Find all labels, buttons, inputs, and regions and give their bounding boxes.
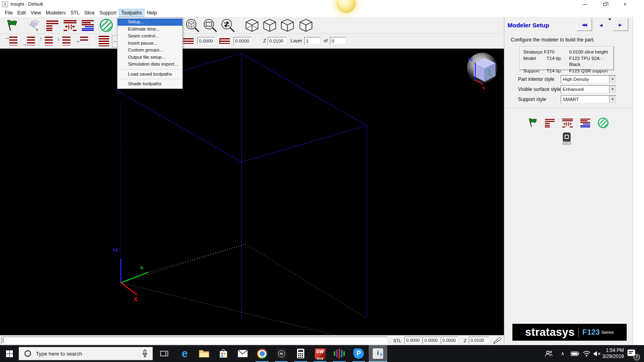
menu-item-insert-pause[interactable]: Insert pause... [118, 40, 182, 47]
layer-up-button[interactable]: ↑ [39, 35, 55, 47]
next-step-button[interactable]: ▶ [613, 18, 628, 31]
previous-step-button[interactable]: ◀ [596, 20, 606, 30]
taskbar-solidworks-button[interactable]: SW 2018 [311, 345, 329, 362]
panel-finish-flag-button[interactable] [525, 117, 539, 129]
taskbar-search-input[interactable]: Type here to search [19, 347, 153, 360]
command-prompt-input[interactable] [1, 337, 388, 344]
stl-z-field[interactable] [441, 337, 458, 344]
goto-current-layer-button[interactable]: → [74, 35, 90, 47]
taskbar-grabcad-button[interactable] [330, 345, 349, 362]
close-button[interactable]: × [615, 0, 635, 9]
people-button[interactable] [542, 345, 555, 362]
finish-flag-button[interactable] [3, 18, 19, 33]
menu-item-estimate-time[interactable]: Estimate time... [118, 26, 182, 33]
offset-a-input[interactable] [197, 37, 215, 45]
visible-surface-style-select[interactable]: Enhanced ▼ [561, 85, 616, 93]
taskbar-print-app-button[interactable]: P [349, 345, 368, 362]
menu-help[interactable]: Help [144, 9, 159, 17]
tray-overflow-button[interactable]: ∧ [557, 345, 568, 362]
taskbar-store-button[interactable] [214, 345, 233, 362]
layer-lines-icon [62, 37, 70, 45]
menu-view[interactable]: View [28, 9, 43, 17]
dropdown-arrow-icon[interactable]: ▼ [609, 96, 616, 103]
stl-y-field[interactable] [423, 337, 440, 344]
menu-slice[interactable]: Slice [82, 9, 97, 17]
stl-x-field[interactable] [405, 337, 422, 344]
offset-a-lines-button[interactable] [180, 35, 196, 47]
zoom-extents-icon [184, 18, 200, 33]
taskbar-clock[interactable]: 1:54 PM 3/29/2019 [601, 345, 624, 362]
start-button[interactable] [0, 345, 19, 362]
window-title: Insight - Default [10, 2, 43, 6]
toolpath-width-button[interactable] [62, 18, 78, 33]
z-height-input[interactable] [268, 37, 286, 45]
view-bottom-button[interactable] [244, 18, 260, 33]
menu-item-seam-control[interactable]: Seam control... [118, 33, 182, 40]
taskbar-file-explorer-button[interactable] [195, 345, 213, 362]
panel-toolpath-width-button[interactable] [561, 117, 574, 129]
menu-item-custom-groups[interactable]: Custom groups... [118, 47, 182, 54]
orientation-cube[interactable]: Z Y x [467, 53, 497, 90]
restore-button[interactable] [595, 0, 615, 9]
menu-toolpaths[interactable]: Toolpaths [119, 9, 144, 17]
menu-item-setup[interactable]: Setup... [118, 19, 182, 26]
goto-bottom-layer-button[interactable]: → [21, 35, 37, 47]
slice-part-button[interactable] [27, 18, 43, 33]
layer-number-input[interactable] [304, 37, 320, 45]
clock-date: 3/29/2019 [603, 354, 624, 360]
panel-toolpaths-button[interactable] [596, 117, 610, 129]
dropdown-arrow-icon[interactable]: ▼ [609, 76, 616, 83]
cube-right-view-icon [298, 18, 314, 33]
z-value-field[interactable] [469, 337, 489, 344]
offset-b-input[interactable] [233, 37, 251, 45]
viewport-3d[interactable]: Z Y X Z Y [0, 49, 504, 335]
dropdown-arrow-icon[interactable]: ▼ [609, 86, 616, 93]
action-center-button[interactable]: 7 [625, 345, 641, 362]
menu-file[interactable]: File [2, 9, 15, 17]
zoom-dynamic-button[interactable] [220, 18, 236, 33]
supports-button[interactable] [80, 18, 96, 33]
panel-slice-curves-button[interactable] [543, 117, 557, 129]
toolpaths-generate-button[interactable] [98, 18, 114, 33]
insight-app-icon: i [2, 1, 8, 7]
taskbar-insight-button[interactable]: ip [369, 345, 387, 362]
taskbar-makerbot-button[interactable]: m [272, 345, 291, 362]
view-right-button[interactable] [298, 18, 314, 33]
menu-item-load-saved-toolpaths[interactable]: Load saved toolpaths [118, 71, 182, 78]
menu-item-simulation-data-export[interactable]: Simulation data export... [118, 61, 182, 68]
microphone-icon[interactable] [142, 350, 148, 358]
menu-edit[interactable]: Edit [15, 9, 28, 17]
toolpath-width-icon [63, 20, 77, 31]
first-step-button[interactable]: ◀◀ [577, 18, 592, 31]
view-top-button[interactable] [262, 18, 278, 33]
offset-b-lines-button[interactable] [217, 35, 233, 47]
slice-curves-button[interactable] [44, 18, 60, 33]
view-left-button[interactable] [279, 18, 295, 33]
taskbar-chrome-button[interactable] [253, 345, 271, 362]
menu-modelers[interactable]: Modelers [43, 9, 68, 17]
menu-item-output-file-setup[interactable]: Output file setup... [118, 54, 182, 61]
mail-icon [237, 350, 248, 358]
support-style-select[interactable]: SMART ▼ [561, 95, 616, 103]
goto-top-layer-button[interactable]: → [3, 35, 19, 47]
measure-button[interactable] [492, 336, 502, 345]
zoom-window-button[interactable] [202, 18, 218, 33]
printer-status-button[interactable] [560, 133, 574, 145]
menu-stl[interactable]: STL [68, 9, 82, 17]
taskbar-mail-button[interactable] [233, 345, 252, 362]
zoom-extents-button[interactable] [184, 18, 200, 33]
menu-support[interactable]: Support [97, 9, 119, 17]
battery-button[interactable] [568, 345, 581, 362]
layer-down-button[interactable]: ↓ [56, 35, 72, 47]
layer-total-input[interactable] [330, 37, 346, 45]
minimize-button[interactable] [575, 0, 595, 9]
taskbar-calculator-button[interactable] [291, 345, 310, 362]
pencil-icon [492, 336, 502, 344]
part-interior-style-select[interactable]: High Density ▼ [561, 75, 616, 83]
taskbar-edge-button[interactable]: e [175, 345, 194, 362]
all-layers-button[interactable] [96, 35, 112, 47]
panel-supports-button[interactable] [578, 117, 592, 129]
task-view-button[interactable] [155, 345, 173, 362]
zoom-dynamic-icon [220, 18, 236, 33]
menu-item-shade-toolpaths[interactable]: Shade toolpaths [118, 80, 182, 88]
